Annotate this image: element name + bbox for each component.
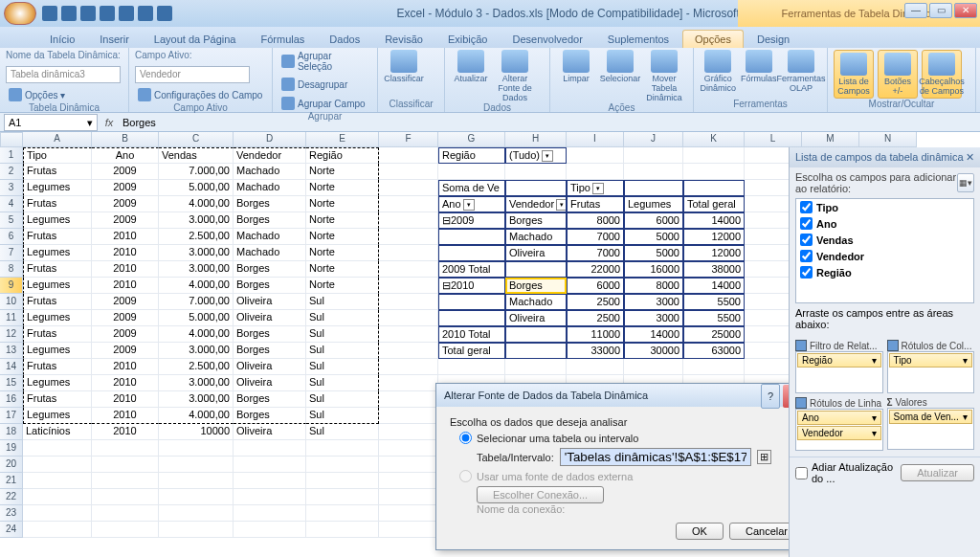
cell[interactable]: 8000	[567, 212, 624, 229]
cell[interactable]: Sul	[306, 359, 379, 375]
cell[interactable]: 3.000,00	[159, 343, 234, 359]
cell[interactable]: Legumes	[23, 245, 92, 261]
field-checkbox[interactable]	[800, 266, 813, 278]
cell[interactable]: 7.000,00	[159, 294, 234, 310]
office-button[interactable]	[4, 2, 36, 25]
cell[interactable]	[379, 505, 438, 522]
column-header[interactable]: F	[379, 132, 438, 147]
cell[interactable]: Norte	[306, 261, 379, 278]
tab-exibição[interactable]: Exibição	[436, 31, 500, 48]
cell[interactable]	[23, 489, 92, 505]
cell[interactable]	[379, 326, 438, 343]
cell[interactable]	[624, 164, 683, 180]
cell[interactable]: 2009	[92, 196, 159, 212]
cell[interactable]: Norte	[306, 212, 379, 229]
field-list[interactable]: Tipo Ano Vendas Vendedor Região	[795, 198, 974, 303]
cell[interactable]	[505, 326, 567, 343]
qat-btn-icon[interactable]	[157, 6, 172, 21]
row-header[interactable]: 22	[0, 489, 23, 505]
cell[interactable]: 2009	[92, 164, 159, 180]
cell[interactable]	[505, 343, 567, 359]
cell[interactable]: 2010	[92, 375, 159, 391]
cell[interactable]	[379, 229, 438, 245]
cell[interactable]: 5000	[624, 229, 683, 245]
cell[interactable]: Sul	[306, 326, 379, 343]
cell[interactable]	[683, 147, 745, 164]
pivot-options-button[interactable]: Opções ▾	[6, 87, 68, 102]
cell[interactable]: Sul	[306, 391, 379, 408]
column-header[interactable]: N	[859, 132, 917, 147]
cell[interactable]: 5500	[683, 294, 745, 310]
row-header[interactable]: 8	[0, 261, 23, 278]
cell[interactable]	[505, 164, 567, 180]
select-range-radio[interactable]	[459, 432, 472, 444]
cell[interactable]: Norte	[306, 164, 379, 180]
cell[interactable]	[234, 457, 306, 473]
row-header[interactable]: 5	[0, 212, 23, 229]
cell[interactable]: Borges	[234, 343, 306, 359]
cell[interactable]	[159, 522, 234, 538]
cell[interactable]: Vendedor	[234, 147, 306, 164]
row-header[interactable]: 4	[0, 196, 23, 212]
column-header[interactable]: C	[159, 132, 234, 147]
cell[interactable]	[379, 278, 438, 294]
cell[interactable]: Borges	[234, 408, 306, 424]
cell[interactable]	[306, 440, 379, 457]
cell[interactable]: Tipo	[23, 147, 92, 164]
cell[interactable]	[92, 489, 159, 505]
field-item[interactable]: Ano	[796, 215, 973, 232]
cell[interactable]: Frutas	[23, 229, 92, 245]
cell[interactable]	[379, 359, 438, 375]
cell[interactable]	[159, 473, 234, 489]
cell[interactable]: 2010	[92, 261, 159, 278]
cell[interactable]: Borges	[234, 196, 306, 212]
cell[interactable]: 12000	[683, 245, 745, 261]
field-item[interactable]: Tipo	[796, 199, 973, 215]
column-header[interactable]: I	[567, 132, 624, 147]
chevron-down-icon[interactable]: ▾	[87, 115, 93, 130]
refresh-button[interactable]: Atualizar	[451, 50, 491, 83]
cell[interactable]: Vendas	[159, 147, 234, 164]
cell[interactable]	[159, 489, 234, 505]
field-checkbox[interactable]	[800, 234, 813, 246]
field-item[interactable]: Região	[796, 264, 973, 280]
cell[interactable]	[23, 473, 92, 489]
column-header[interactable]: E	[306, 132, 379, 147]
cell[interactable]	[23, 505, 92, 522]
cell[interactable]: Borges	[234, 261, 306, 278]
tab-layout-da-página[interactable]: Layout da Página	[143, 31, 248, 48]
move-pivot-button[interactable]: Mover Tabela Dinâmica	[644, 50, 684, 102]
cell[interactable]: Norte	[306, 245, 379, 261]
cell[interactable]: 7.000,00	[159, 164, 234, 180]
cell[interactable]: 3.000,00	[159, 261, 234, 278]
field-checkbox[interactable]	[800, 250, 813, 262]
cell[interactable]: Oliveira	[505, 310, 567, 326]
cell[interactable]: Machado	[234, 164, 306, 180]
cell[interactable]: Borges	[505, 212, 567, 229]
row-header[interactable]: 24	[0, 522, 23, 538]
cell[interactable]: 3.000,00	[159, 245, 234, 261]
pane-layout-button[interactable]: ▦▾	[957, 173, 974, 192]
cell[interactable]: Borges	[234, 391, 306, 408]
cell[interactable]: 2010	[92, 229, 159, 245]
cell[interactable]: Legumes	[23, 310, 92, 326]
row-header[interactable]: 3	[0, 180, 23, 196]
tab-fórmulas[interactable]: Fórmulas	[250, 31, 317, 48]
field-settings-button[interactable]: Configurações do Campo	[135, 87, 265, 102]
row-header[interactable]: 13	[0, 343, 23, 359]
olap-tools-button[interactable]: Ferramentas OLAP	[781, 50, 821, 93]
select-button[interactable]: Selecionar	[600, 50, 640, 83]
cell[interactable]	[505, 359, 567, 375]
ok-button[interactable]: OK	[676, 523, 724, 540]
row-header[interactable]: 15	[0, 375, 23, 391]
cell[interactable]: Total geral	[683, 196, 745, 212]
group-selection-button[interactable]: Agrupar Seleção	[278, 50, 371, 73]
fx-button[interactable]: fx	[101, 117, 117, 128]
row-header[interactable]: 7	[0, 245, 23, 261]
cell[interactable]: Legumes	[23, 343, 92, 359]
tab-desenvolvedor[interactable]: Desenvolvedor	[501, 31, 593, 48]
cell[interactable]: 12000	[683, 229, 745, 245]
cell[interactable]: 2009	[92, 326, 159, 343]
clear-button[interactable]: Limpar	[556, 50, 596, 83]
cell[interactable]: 2010 Total	[438, 326, 505, 343]
